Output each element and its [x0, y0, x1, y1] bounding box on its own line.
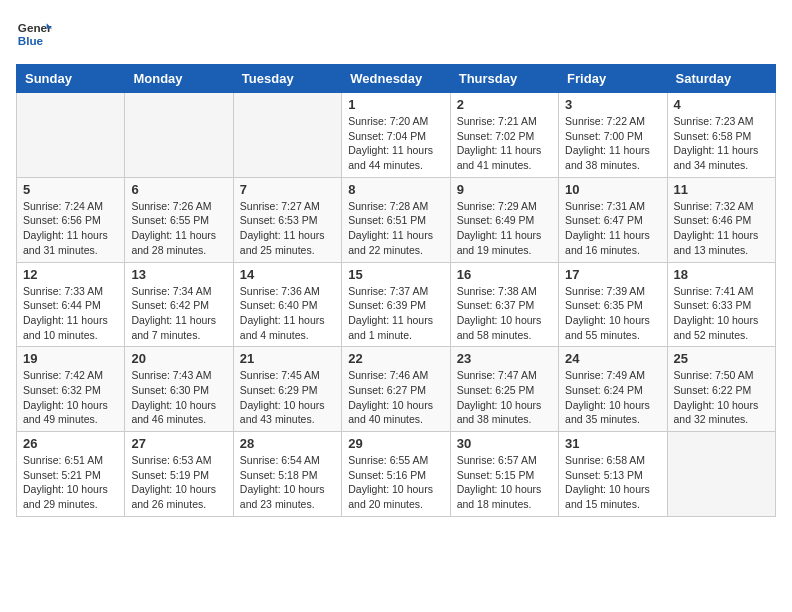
- day-number: 23: [457, 351, 552, 366]
- day-info: Sunrise: 7:37 AM Sunset: 6:39 PM Dayligh…: [348, 284, 443, 343]
- calendar-cell: 7Sunrise: 7:27 AM Sunset: 6:53 PM Daylig…: [233, 177, 341, 262]
- page-header: General Blue: [16, 16, 776, 52]
- day-number: 25: [674, 351, 769, 366]
- calendar-cell: 8Sunrise: 7:28 AM Sunset: 6:51 PM Daylig…: [342, 177, 450, 262]
- calendar-cell: [233, 93, 341, 178]
- day-info: Sunrise: 7:22 AM Sunset: 7:00 PM Dayligh…: [565, 114, 660, 173]
- calendar-week-row: 1Sunrise: 7:20 AM Sunset: 7:04 PM Daylig…: [17, 93, 776, 178]
- day-number: 22: [348, 351, 443, 366]
- day-number: 30: [457, 436, 552, 451]
- day-info: Sunrise: 7:42 AM Sunset: 6:32 PM Dayligh…: [23, 368, 118, 427]
- calendar-cell: 21Sunrise: 7:45 AM Sunset: 6:29 PM Dayli…: [233, 347, 341, 432]
- calendar-cell: 6Sunrise: 7:26 AM Sunset: 6:55 PM Daylig…: [125, 177, 233, 262]
- day-info: Sunrise: 7:47 AM Sunset: 6:25 PM Dayligh…: [457, 368, 552, 427]
- calendar-week-row: 5Sunrise: 7:24 AM Sunset: 6:56 PM Daylig…: [17, 177, 776, 262]
- day-number: 10: [565, 182, 660, 197]
- day-info: Sunrise: 7:43 AM Sunset: 6:30 PM Dayligh…: [131, 368, 226, 427]
- calendar-cell: 22Sunrise: 7:46 AM Sunset: 6:27 PM Dayli…: [342, 347, 450, 432]
- day-info: Sunrise: 7:31 AM Sunset: 6:47 PM Dayligh…: [565, 199, 660, 258]
- calendar-cell: 31Sunrise: 6:58 AM Sunset: 5:13 PM Dayli…: [559, 432, 667, 517]
- calendar-cell: 19Sunrise: 7:42 AM Sunset: 6:32 PM Dayli…: [17, 347, 125, 432]
- svg-text:Blue: Blue: [18, 34, 44, 47]
- day-info: Sunrise: 7:27 AM Sunset: 6:53 PM Dayligh…: [240, 199, 335, 258]
- calendar-cell: 4Sunrise: 7:23 AM Sunset: 6:58 PM Daylig…: [667, 93, 775, 178]
- day-number: 31: [565, 436, 660, 451]
- calendar-cell: 9Sunrise: 7:29 AM Sunset: 6:49 PM Daylig…: [450, 177, 558, 262]
- weekday-header-wednesday: Wednesday: [342, 65, 450, 93]
- calendar-cell: 10Sunrise: 7:31 AM Sunset: 6:47 PM Dayli…: [559, 177, 667, 262]
- calendar-cell: 23Sunrise: 7:47 AM Sunset: 6:25 PM Dayli…: [450, 347, 558, 432]
- day-number: 26: [23, 436, 118, 451]
- calendar-table: SundayMondayTuesdayWednesdayThursdayFrid…: [16, 64, 776, 517]
- weekday-header-tuesday: Tuesday: [233, 65, 341, 93]
- calendar-cell: 30Sunrise: 6:57 AM Sunset: 5:15 PM Dayli…: [450, 432, 558, 517]
- day-number: 19: [23, 351, 118, 366]
- day-info: Sunrise: 7:45 AM Sunset: 6:29 PM Dayligh…: [240, 368, 335, 427]
- day-info: Sunrise: 7:20 AM Sunset: 7:04 PM Dayligh…: [348, 114, 443, 173]
- calendar-cell: 26Sunrise: 6:51 AM Sunset: 5:21 PM Dayli…: [17, 432, 125, 517]
- calendar-cell: 24Sunrise: 7:49 AM Sunset: 6:24 PM Dayli…: [559, 347, 667, 432]
- calendar-cell: 20Sunrise: 7:43 AM Sunset: 6:30 PM Dayli…: [125, 347, 233, 432]
- day-number: 29: [348, 436, 443, 451]
- day-info: Sunrise: 6:53 AM Sunset: 5:19 PM Dayligh…: [131, 453, 226, 512]
- day-info: Sunrise: 7:21 AM Sunset: 7:02 PM Dayligh…: [457, 114, 552, 173]
- day-info: Sunrise: 6:55 AM Sunset: 5:16 PM Dayligh…: [348, 453, 443, 512]
- day-number: 12: [23, 267, 118, 282]
- day-number: 9: [457, 182, 552, 197]
- day-info: Sunrise: 6:51 AM Sunset: 5:21 PM Dayligh…: [23, 453, 118, 512]
- calendar-cell: 1Sunrise: 7:20 AM Sunset: 7:04 PM Daylig…: [342, 93, 450, 178]
- day-number: 16: [457, 267, 552, 282]
- day-info: Sunrise: 7:24 AM Sunset: 6:56 PM Dayligh…: [23, 199, 118, 258]
- day-number: 14: [240, 267, 335, 282]
- calendar-cell: [17, 93, 125, 178]
- day-number: 8: [348, 182, 443, 197]
- day-number: 15: [348, 267, 443, 282]
- day-info: Sunrise: 6:57 AM Sunset: 5:15 PM Dayligh…: [457, 453, 552, 512]
- calendar-cell: [125, 93, 233, 178]
- day-info: Sunrise: 7:38 AM Sunset: 6:37 PM Dayligh…: [457, 284, 552, 343]
- day-number: 5: [23, 182, 118, 197]
- weekday-header-row: SundayMondayTuesdayWednesdayThursdayFrid…: [17, 65, 776, 93]
- calendar-week-row: 19Sunrise: 7:42 AM Sunset: 6:32 PM Dayli…: [17, 347, 776, 432]
- day-info: Sunrise: 7:46 AM Sunset: 6:27 PM Dayligh…: [348, 368, 443, 427]
- day-info: Sunrise: 7:39 AM Sunset: 6:35 PM Dayligh…: [565, 284, 660, 343]
- calendar-week-row: 12Sunrise: 7:33 AM Sunset: 6:44 PM Dayli…: [17, 262, 776, 347]
- calendar-cell: 13Sunrise: 7:34 AM Sunset: 6:42 PM Dayli…: [125, 262, 233, 347]
- day-number: 28: [240, 436, 335, 451]
- day-info: Sunrise: 7:49 AM Sunset: 6:24 PM Dayligh…: [565, 368, 660, 427]
- day-info: Sunrise: 7:26 AM Sunset: 6:55 PM Dayligh…: [131, 199, 226, 258]
- day-info: Sunrise: 7:29 AM Sunset: 6:49 PM Dayligh…: [457, 199, 552, 258]
- calendar-cell: 27Sunrise: 6:53 AM Sunset: 5:19 PM Dayli…: [125, 432, 233, 517]
- day-info: Sunrise: 7:36 AM Sunset: 6:40 PM Dayligh…: [240, 284, 335, 343]
- calendar-week-row: 26Sunrise: 6:51 AM Sunset: 5:21 PM Dayli…: [17, 432, 776, 517]
- day-number: 27: [131, 436, 226, 451]
- weekday-header-thursday: Thursday: [450, 65, 558, 93]
- day-number: 6: [131, 182, 226, 197]
- day-number: 21: [240, 351, 335, 366]
- calendar-cell: 18Sunrise: 7:41 AM Sunset: 6:33 PM Dayli…: [667, 262, 775, 347]
- weekday-header-sunday: Sunday: [17, 65, 125, 93]
- day-info: Sunrise: 7:33 AM Sunset: 6:44 PM Dayligh…: [23, 284, 118, 343]
- calendar-cell: 12Sunrise: 7:33 AM Sunset: 6:44 PM Dayli…: [17, 262, 125, 347]
- day-number: 3: [565, 97, 660, 112]
- weekday-header-friday: Friday: [559, 65, 667, 93]
- day-number: 17: [565, 267, 660, 282]
- calendar-cell: 2Sunrise: 7:21 AM Sunset: 7:02 PM Daylig…: [450, 93, 558, 178]
- calendar-cell: 14Sunrise: 7:36 AM Sunset: 6:40 PM Dayli…: [233, 262, 341, 347]
- calendar-cell: 5Sunrise: 7:24 AM Sunset: 6:56 PM Daylig…: [17, 177, 125, 262]
- calendar-cell: 29Sunrise: 6:55 AM Sunset: 5:16 PM Dayli…: [342, 432, 450, 517]
- day-number: 2: [457, 97, 552, 112]
- calendar-cell: [667, 432, 775, 517]
- day-number: 7: [240, 182, 335, 197]
- calendar-cell: 3Sunrise: 7:22 AM Sunset: 7:00 PM Daylig…: [559, 93, 667, 178]
- day-info: Sunrise: 7:23 AM Sunset: 6:58 PM Dayligh…: [674, 114, 769, 173]
- logo: General Blue: [16, 16, 56, 52]
- calendar-cell: 11Sunrise: 7:32 AM Sunset: 6:46 PM Dayli…: [667, 177, 775, 262]
- day-info: Sunrise: 6:54 AM Sunset: 5:18 PM Dayligh…: [240, 453, 335, 512]
- weekday-header-monday: Monday: [125, 65, 233, 93]
- day-number: 4: [674, 97, 769, 112]
- day-info: Sunrise: 7:32 AM Sunset: 6:46 PM Dayligh…: [674, 199, 769, 258]
- day-info: Sunrise: 6:58 AM Sunset: 5:13 PM Dayligh…: [565, 453, 660, 512]
- day-number: 13: [131, 267, 226, 282]
- day-number: 20: [131, 351, 226, 366]
